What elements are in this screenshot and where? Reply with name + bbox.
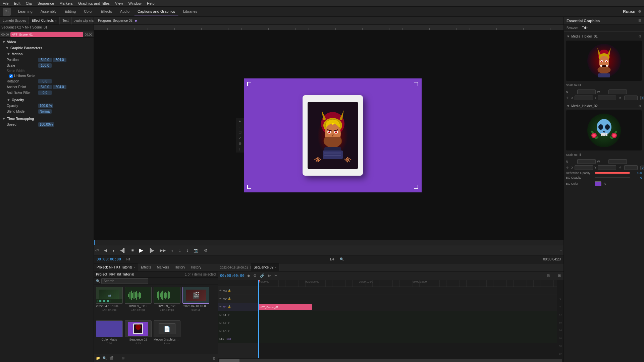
media-item-sequence[interactable]: 🎬 Sequence 02 <box>125 320 152 352</box>
y-input-02[interactable] <box>598 165 616 170</box>
timeline-tab-seq02[interactable]: Sequence 02 × <box>251 263 279 271</box>
w-input[interactable] <box>608 89 627 94</box>
tl-add-marker-btn[interactable]: ◆ <box>247 273 251 279</box>
tab-media-browser[interactable]: Effects <box>138 263 154 271</box>
tl-tools-btn[interactable]: ✂ <box>274 273 278 279</box>
fullscreen-icon[interactable]: ⤢ <box>238 136 241 140</box>
clip-pink-bar[interactable]: NFT_Scene_01 <box>10 32 84 37</box>
tab-effects[interactable]: Effects <box>97 8 115 15</box>
tab-effects[interactable]: Markers <box>154 263 172 271</box>
tab-lumetri[interactable]: Lumetri Scopes <box>0 17 29 24</box>
mh02-collapse-arrow[interactable]: ▼ <box>567 104 570 108</box>
rotation-value[interactable]: 0.0 <box>38 79 52 83</box>
play-back-btn[interactable]: ◀▌ <box>119 247 127 253</box>
media-thumb-audio2[interactable] <box>154 287 180 304</box>
play-btn[interactable]: ▶ <box>138 246 145 254</box>
graphic-params-header[interactable]: ▼ Graphic Parameters <box>1 45 92 51</box>
n-input[interactable] <box>577 89 596 94</box>
zoom-out-icon[interactable]: - <box>239 125 240 129</box>
uniform-scale-checkbox[interactable] <box>9 74 13 78</box>
overwrite-btn[interactable]: ⤵ <box>185 247 190 253</box>
x-input[interactable] <box>575 96 593 100</box>
tl-zoom-in-btn[interactable]: ⊞ <box>557 273 561 279</box>
mh01-settings-icon[interactable]: ⚙ <box>638 35 641 38</box>
a1-mute-btn[interactable]: M <box>219 313 222 316</box>
media-item-video2[interactable]: 🎬 2022-04-18 18-0... 6:29:15 <box>182 287 209 318</box>
media-thumb-mogrt[interactable]: 📄 <box>154 320 180 337</box>
insert-btn[interactable]: ⤵ <box>177 247 182 253</box>
v2-eye-btn[interactable]: 👁 <box>219 297 222 300</box>
timecode-input-02[interactable] <box>640 166 644 170</box>
reflection-opacity-bar[interactable] <box>595 172 630 174</box>
antiflicker-value[interactable]: 0.0 <box>38 90 52 95</box>
new-sequence-btn[interactable]: 🎬 <box>109 356 113 360</box>
track-row-v1[interactable]: NFT_Scene_01 <box>258 303 557 311</box>
media-item-audio1[interactable]: DW009_0119 14:44:44fps <box>125 287 152 318</box>
angle-input[interactable] <box>624 96 638 100</box>
a1-mic-btn[interactable]: 🎙 <box>227 313 230 316</box>
speed-value[interactable]: 100.00% <box>38 122 54 127</box>
filter-icon[interactable]: ☰ <box>208 279 211 283</box>
menu-edit[interactable]: Edit <box>14 1 20 5</box>
v1-clip[interactable]: NFT_Scene_01 <box>258 304 312 310</box>
menu-view[interactable]: View <box>115 1 123 5</box>
v1-lock-btn[interactable]: 🔒 <box>228 305 231 308</box>
media-thumb-colormatte[interactable] <box>96 320 123 337</box>
media-thumb-sequence[interactable]: 🎬 <box>125 320 152 337</box>
mh02-settings-icon[interactable]: ⚙ <box>638 104 641 108</box>
type-icon[interactable]: T <box>239 147 241 151</box>
x-input-02[interactable] <box>575 165 593 170</box>
rotate-icon[interactable]: ↺ <box>619 96 622 100</box>
tl-link-btn[interactable]: 🔗 <box>259 273 265 279</box>
settings-btn[interactable]: ⚙ <box>203 247 209 253</box>
project-tab-main[interactable]: Project: NFT Kit Tutorial × <box>94 263 138 271</box>
play-forward-fast-btn[interactable]: ▶▶ <box>158 247 167 253</box>
new-bin-btn[interactable]: 📁 <box>96 356 100 360</box>
media-holder-01-header[interactable]: ▼ Media_Holder_01 ⚙ <box>566 34 642 39</box>
stop-btn[interactable]: ■ <box>130 247 135 253</box>
list-view-icon[interactable]: ☰ <box>213 279 216 283</box>
fit-icon[interactable]: ⊡ <box>238 130 241 134</box>
n-input-02[interactable] <box>577 159 596 164</box>
tl-zoom-out-btn[interactable]: ⊟ <box>546 273 550 279</box>
export-frame-btn[interactable]: 📷 <box>192 247 200 253</box>
media-thumb-video1[interactable]: 📹 <box>96 287 123 304</box>
scrollbar-thumb[interactable] <box>219 359 239 362</box>
step-back-btn[interactable]: ◀ <box>103 247 108 253</box>
mh01-collapse-arrow[interactable]: ▼ <box>567 35 570 38</box>
media-thumb-audio1[interactable] <box>125 287 152 304</box>
timeline-tab-close[interactable]: × <box>275 266 276 269</box>
monitor-fit-label[interactable]: Fit <box>126 257 130 261</box>
menu-graphics[interactable]: Graphics and Titles <box>78 1 110 5</box>
bg-color-swatch[interactable] <box>595 181 601 186</box>
tl-zoom-slider[interactable]: — <box>552 274 555 277</box>
tab-effect-controls[interactable]: Effect Controls × <box>29 17 60 24</box>
menu-window[interactable]: Window <box>128 1 142 5</box>
a2-mic-btn[interactable]: 🎙 <box>227 321 230 324</box>
shuttle-left-btn[interactable]: ⏎ <box>94 247 100 253</box>
timeline-scrollbar[interactable] <box>218 358 564 362</box>
media-item-colormatte[interactable]: Color Matte 5:30 <box>96 320 123 352</box>
tab-editing[interactable]: Editing <box>61 8 79 15</box>
tab-text[interactable]: Text <box>60 17 71 24</box>
blend-mode-value[interactable]: Normal <box>38 109 52 114</box>
tab-assembly[interactable]: Assembly <box>37 8 60 15</box>
v3-eye-btn[interactable]: 👁 <box>219 289 222 292</box>
y-input[interactable] <box>598 96 616 100</box>
project-tab-close[interactable]: × <box>133 266 135 269</box>
new-item-btn[interactable]: 🔍 <box>103 356 107 360</box>
position-y-value[interactable]: 504.0 <box>53 58 66 62</box>
tab-markers[interactable]: History <box>172 263 188 271</box>
tab-history[interactable]: History <box>188 263 204 271</box>
eg-tab-edit[interactable]: Edit <box>582 26 587 30</box>
v3-lock-btn[interactable]: 🔒 <box>228 289 231 292</box>
motion-section-header[interactable]: ▼ Motion <box>1 51 92 57</box>
media-item-audio2[interactable]: DW009_0120 14:44:44fps <box>154 287 180 318</box>
bg-color-edit-btn[interactable]: ✎ <box>603 182 606 186</box>
tab-audio-clip-mixer[interactable]: Audio Clip Mixer: Sequence 02 <box>72 17 94 24</box>
tab-learning[interactable]: Learning <box>15 8 36 15</box>
search-input[interactable] <box>101 278 148 284</box>
eg-tab-browse[interactable]: Browse <box>567 26 578 30</box>
scale-value[interactable]: 100.0 <box>38 63 52 68</box>
menu-sequence[interactable]: Sequence <box>38 1 54 5</box>
